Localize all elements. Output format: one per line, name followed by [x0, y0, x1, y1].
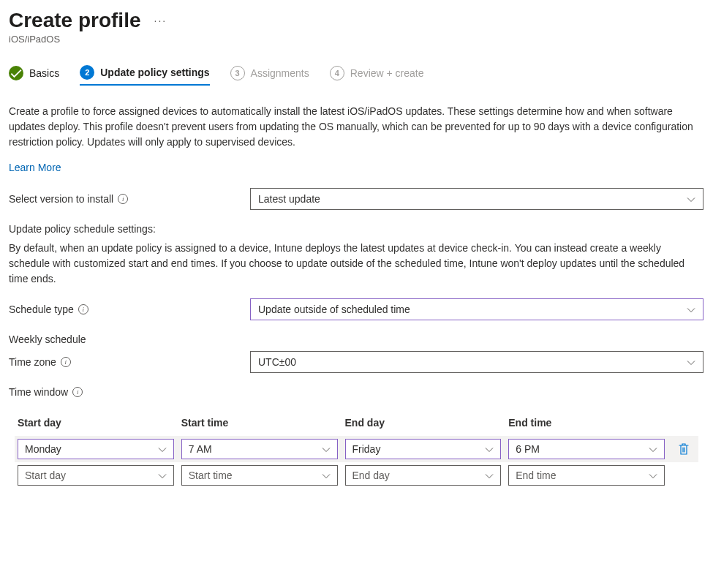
- select-value: UTC±00: [258, 356, 296, 368]
- end-time-select[interactable]: 6 PM: [508, 439, 665, 459]
- select-value: 7 AM: [189, 443, 212, 455]
- schedule-type-select[interactable]: Update outside of scheduled time: [250, 298, 703, 320]
- check-icon: [9, 66, 23, 80]
- col-header-start-day: Start day: [18, 417, 174, 429]
- step-number-icon: 2: [80, 65, 94, 80]
- version-select[interactable]: Latest update: [250, 188, 703, 210]
- chevron-down-icon: [649, 445, 657, 453]
- chevron-down-icon: [158, 471, 167, 480]
- step-number-icon: 3: [230, 66, 245, 80]
- chevron-down-icon: [322, 471, 331, 480]
- select-value: Update outside of scheduled time: [258, 304, 410, 315]
- select-placeholder: Start day: [25, 470, 66, 481]
- chevron-down-icon: [687, 358, 695, 366]
- chevron-down-icon: [322, 445, 331, 453]
- schedule-description: By default, when an update policy is ass…: [9, 241, 700, 287]
- wizard-step-review[interactable]: 4 Review + create: [330, 65, 424, 86]
- wizard-step-assignments[interactable]: 3 Assignments: [230, 65, 309, 86]
- intro-description: Create a profile to force assigned devic…: [9, 104, 700, 150]
- version-label: Select version to install: [9, 193, 113, 205]
- select-placeholder: End time: [516, 470, 556, 481]
- select-placeholder: End day: [352, 470, 390, 481]
- select-value: 6 PM: [516, 443, 540, 455]
- time-window-label: Time window: [9, 386, 68, 398]
- page-subtitle: iOS/iPadOS: [9, 34, 704, 45]
- page-title: Create profile: [9, 9, 141, 32]
- start-day-select[interactable]: Monday: [18, 439, 174, 459]
- end-time-select[interactable]: End time: [508, 465, 665, 486]
- col-header-end-day: End day: [345, 417, 502, 429]
- info-icon[interactable]: i: [61, 357, 71, 367]
- chevron-down-icon: [485, 471, 494, 480]
- chevron-down-icon: [158, 445, 167, 453]
- step-number-icon: 4: [330, 66, 344, 80]
- end-day-select[interactable]: End day: [345, 465, 502, 486]
- start-day-select[interactable]: Start day: [18, 465, 174, 486]
- weekly-schedule-heading: Weekly schedule: [9, 333, 704, 345]
- step-label: Update policy settings: [100, 67, 209, 78]
- start-time-select[interactable]: 7 AM: [181, 439, 338, 459]
- learn-more-link[interactable]: Learn More: [9, 162, 61, 173]
- select-value: Latest update: [258, 193, 320, 205]
- col-header-start-time: Start time: [181, 417, 338, 429]
- select-placeholder: Start time: [189, 470, 233, 481]
- wizard-steps: Basics 2 Update policy settings 3 Assign…: [9, 65, 704, 86]
- step-label: Assignments: [251, 67, 309, 79]
- select-value: Monday: [25, 443, 61, 455]
- select-value: Friday: [352, 443, 381, 455]
- step-label: Basics: [29, 67, 59, 79]
- more-menu-icon[interactable]: ···: [154, 15, 167, 26]
- info-icon[interactable]: i: [78, 304, 88, 314]
- wizard-step-update-policy[interactable]: 2 Update policy settings: [80, 65, 209, 86]
- delete-row-button[interactable]: [672, 442, 695, 456]
- chevron-down-icon: [687, 195, 695, 203]
- chevron-down-icon: [687, 305, 695, 314]
- table-row: Monday 7 AM Friday 6 PM: [15, 436, 698, 462]
- step-label: Review + create: [350, 67, 424, 79]
- timezone-select[interactable]: UTC±00: [250, 351, 703, 373]
- table-row: Start day Start time End day End time: [15, 462, 698, 489]
- trash-icon: [678, 442, 690, 456]
- info-icon[interactable]: i: [72, 387, 83, 397]
- schedule-type-label: Schedule type: [9, 304, 74, 315]
- timezone-label: Time zone: [9, 356, 56, 368]
- start-time-select[interactable]: Start time: [181, 465, 338, 486]
- info-icon[interactable]: i: [118, 194, 128, 204]
- col-header-end-time: End time: [508, 417, 665, 429]
- schedule-settings-heading: Update policy schedule settings:: [9, 223, 704, 235]
- end-day-select[interactable]: Friday: [345, 439, 502, 459]
- wizard-step-basics[interactable]: Basics: [9, 65, 59, 86]
- chevron-down-icon: [485, 445, 494, 453]
- chevron-down-icon: [649, 471, 657, 480]
- time-window-table: Start day Start time End day End time Mo…: [9, 410, 704, 489]
